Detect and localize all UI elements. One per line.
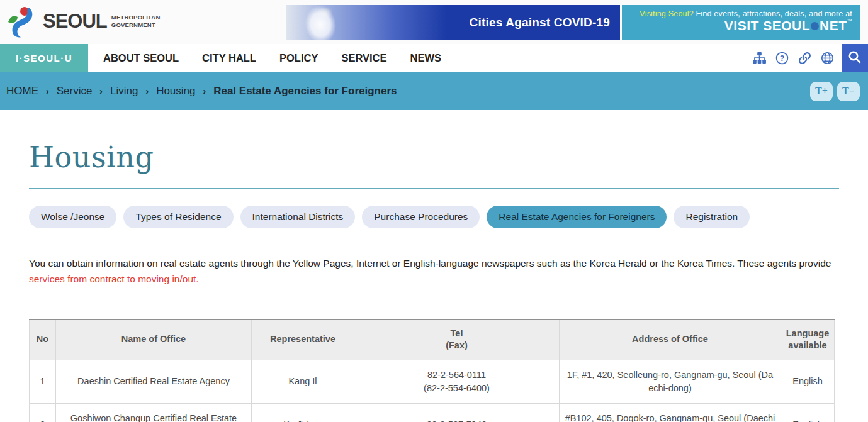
text-size-controls: T+ T− <box>810 82 860 101</box>
top-header: SEOUL METROPOLITAN GOVERNMENT Cities Aga… <box>0 0 868 44</box>
seoul-logo[interactable]: SEOUL METROPOLITAN GOVERNMENT <box>6 5 161 38</box>
cell-language: English <box>781 403 835 422</box>
col-header-language: Language available <box>781 319 835 360</box>
breadcrumb-current-page: Real Estate Agencies for Foreigners <box>213 85 397 97</box>
covid-banner-label: Cities Against COVID-19 <box>470 16 611 30</box>
main-nav: I·SEOUL·U ABOUT SEOUL CITY HALL POLICY S… <box>0 44 868 72</box>
search-icon <box>848 50 862 66</box>
i-seoul-u-brand[interactable]: I·SEOUL·U <box>0 44 88 72</box>
col-header-representative: Representative <box>252 319 354 360</box>
logo-title: SEOUL <box>43 10 107 33</box>
agency-table: No Name of Office Representative Tel (Fa… <box>29 319 835 422</box>
tab-wolse-jeonse[interactable]: Wolse /Jeonse <box>29 206 116 228</box>
tab-real-estate-agencies[interactable]: Real Estate Agencies for Foreigners <box>487 206 667 228</box>
col-header-no: No <box>30 319 56 360</box>
table-header-row: No Name of Office Representative Tel (Fa… <box>30 319 835 360</box>
main-content: Housing Wolse /Jeonse Types of Residence… <box>0 140 868 422</box>
tab-registration[interactable]: Registration <box>674 206 750 228</box>
col-header-tel: Tel (Fax) <box>354 319 560 360</box>
col-header-name: Name of Office <box>56 319 252 360</box>
nav-menu: ABOUT SEOUL CITY HALL POLICY SERVICE NEW… <box>103 44 441 72</box>
cell-no: 2 <box>30 403 56 422</box>
tab-types-of-residence[interactable]: Types of Residence <box>123 206 233 228</box>
globe-icon[interactable] <box>821 52 834 65</box>
sitemap-icon[interactable] <box>753 52 766 65</box>
breadcrumb-service[interactable]: Service <box>57 85 93 97</box>
visit-seoul-banner[interactable]: Visiting Seoul? Find events, attractions… <box>622 5 860 40</box>
logo-subtitle: METROPOLITAN GOVERNMENT <box>111 14 161 29</box>
tab-international-districts[interactable]: International Districts <box>240 206 356 228</box>
seoul-emblem-icon <box>6 5 39 38</box>
text-decrease-button[interactable]: T− <box>837 82 860 101</box>
cell-office-name: Daeshin Certified Real Estate Agency <box>56 360 252 403</box>
cell-tel: 82-2-564-0111 (82-2-554-6400) <box>354 360 560 403</box>
breadcrumb-bar: HOME › Service › Living › Housing › Real… <box>0 72 868 110</box>
breadcrumb-separator: › <box>99 86 103 96</box>
col-header-address: Address of Office <box>560 319 781 360</box>
breadcrumb-separator: › <box>203 86 206 96</box>
cell-office-name: Goshiwon Changup Certified Real Estate A… <box>56 403 252 422</box>
nav-item-city-hall[interactable]: CITY HALL <box>202 52 256 64</box>
cell-language: English <box>781 360 835 403</box>
covid-photo <box>288 5 363 40</box>
breadcrumb-separator: › <box>46 86 49 96</box>
nav-item-service[interactable]: SERVICE <box>341 52 386 64</box>
page-title: Housing <box>29 140 839 174</box>
title-divider <box>29 188 839 189</box>
help-icon[interactable]: ? <box>775 52 789 65</box>
table-row: 1 Daeshin Certified Real Estate Agency K… <box>30 360 835 403</box>
cell-no: 1 <box>30 360 56 403</box>
cell-representative: Kang Il <box>252 360 354 403</box>
intro-highlight-text: services from contract to moving in/out. <box>29 274 199 284</box>
link-icon[interactable] <box>798 52 811 65</box>
nav-item-news[interactable]: NEWS <box>410 52 442 64</box>
cell-address: #B102, 405, Dogok-ro, Gangnam-gu, Seoul … <box>560 403 781 422</box>
breadcrumb-home[interactable]: HOME <box>6 85 38 97</box>
tab-purchase-procedures[interactable]: Purchase Procedures <box>362 206 480 228</box>
nav-item-policy[interactable]: POLICY <box>279 52 318 64</box>
section-tabs: Wolse /Jeonse Types of Residence Interna… <box>29 206 839 228</box>
visit-seoul-dot-icon <box>811 22 819 30</box>
intro-paragraph: You can obtain information on real estat… <box>29 256 839 287</box>
table-row: 2 Goshiwon Changup Certified Real Estate… <box>30 403 835 422</box>
breadcrumb-living[interactable]: Living <box>110 85 138 97</box>
visit-banner-brand: VISIT SEOULNET™ <box>622 19 852 32</box>
covid-banner[interactable]: Cities Against COVID-19 <box>286 5 620 40</box>
search-button[interactable] <box>842 44 868 72</box>
text-increase-button[interactable]: T+ <box>810 82 833 101</box>
cell-tel: 82-2-567-7942 <box>354 403 560 422</box>
breadcrumb-housing[interactable]: Housing <box>156 85 195 97</box>
breadcrumb: HOME › Service › Living › Housing › Real… <box>6 85 397 97</box>
svg-text:?: ? <box>780 54 785 63</box>
visit-banner-text: Visiting Seoul? Find events, attractions… <box>622 9 852 18</box>
breadcrumb-separator: › <box>145 86 149 96</box>
cell-address: 1F, #1, 420, Seolleung-ro, Gangnam-gu, S… <box>560 360 781 403</box>
nav-item-about-seoul[interactable]: ABOUT SEOUL <box>103 52 179 64</box>
cell-representative: Ko Ji-hun <box>252 403 354 422</box>
nav-utility-icons: ? <box>753 44 842 72</box>
